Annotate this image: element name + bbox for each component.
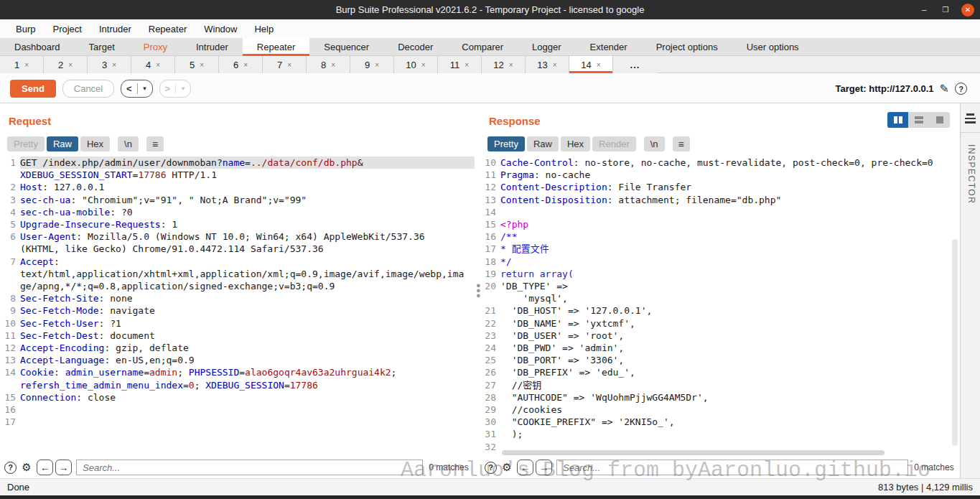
- close-tab-icon[interactable]: ×: [156, 61, 160, 69]
- tab-sequencer[interactable]: Sequencer: [309, 38, 383, 56]
- tab-dashboard[interactable]: Dashboard: [0, 38, 75, 56]
- response-menu-icon[interactable]: ≡: [673, 136, 690, 151]
- tab-project-options[interactable]: Project options: [642, 38, 732, 56]
- close-tab-icon[interactable]: ×: [421, 61, 426, 69]
- send-button[interactable]: Send: [10, 80, 56, 98]
- inspector-menu-icon[interactable]: [965, 113, 976, 123]
- response-tab-raw[interactable]: Raw: [527, 136, 559, 151]
- search-next-button[interactable]: →: [536, 460, 552, 475]
- tab-user-options[interactable]: User options: [732, 38, 813, 56]
- tab-decoder[interactable]: Decoder: [383, 38, 447, 56]
- burp-suite-window: Burp Suite Professional v2021.6.2 - Temp…: [0, 0, 980, 499]
- close-tab-icon[interactable]: ×: [24, 61, 29, 69]
- tab-comparer[interactable]: Comparer: [447, 38, 518, 56]
- code-line: 14Cookie: admin_username=admin; PHPSESSI…: [0, 366, 475, 378]
- response-viewer[interactable]: 10Cache-Control: no-store, no-cache, mus…: [480, 157, 960, 458]
- request-tab-hex[interactable]: Hex: [80, 136, 110, 151]
- menu-item-intruder[interactable]: Intruder: [90, 24, 140, 34]
- response-search-input[interactable]: [556, 460, 908, 475]
- response-horizontal-scrollbar[interactable]: [502, 450, 885, 455]
- response-vertical-scrollbar[interactable]: [952, 239, 958, 446]
- tab-extender[interactable]: Extender: [576, 38, 642, 56]
- close-tab-icon[interactable]: ×: [112, 61, 116, 69]
- code-line: 16: [0, 404, 475, 416]
- panel-splitter[interactable]: ●●●: [475, 103, 480, 478]
- repeater-tab-1[interactable]: 1×: [0, 56, 44, 73]
- search-next-button[interactable]: →: [55, 460, 72, 475]
- inspector-sidebar[interactable]: INSPECTOR: [960, 103, 980, 478]
- close-tab-icon[interactable]: ×: [243, 61, 248, 69]
- menu-item-window[interactable]: Window: [195, 24, 246, 34]
- repeater-tab-6[interactable]: 6×: [219, 56, 263, 73]
- code-line: 15<?php: [480, 218, 960, 230]
- response-tab-slashn[interactable]: \n: [644, 136, 665, 151]
- line-number: 18: [480, 256, 500, 268]
- response-tab-hex[interactable]: Hex: [561, 136, 590, 151]
- minimize-button[interactable]: –: [918, 5, 930, 15]
- forward-dropdown-icon[interactable]: ▼: [176, 85, 190, 92]
- close-tab-icon[interactable]: ×: [375, 61, 379, 69]
- repeater-tab-11[interactable]: 11×: [438, 56, 482, 73]
- request-panel-title: Request: [9, 115, 51, 127]
- tab-repeater[interactable]: Repeater: [243, 38, 309, 56]
- close-tab-icon[interactable]: ×: [331, 61, 335, 69]
- repeater-tab-4[interactable]: 4×: [131, 56, 175, 73]
- request-tab-raw[interactable]: Raw: [47, 136, 78, 151]
- repeater-tab-8[interactable]: 8×: [307, 56, 350, 73]
- close-button[interactable]: ✕: [961, 4, 974, 17]
- tab-logger[interactable]: Logger: [518, 38, 575, 56]
- close-tab-icon[interactable]: ×: [287, 61, 291, 69]
- response-tab-pretty[interactable]: Pretty: [487, 136, 525, 151]
- menu-item-help[interactable]: Help: [246, 24, 282, 34]
- close-tab-icon[interactable]: ×: [553, 61, 557, 69]
- request-search-input[interactable]: [76, 460, 423, 475]
- restore-button[interactable]: ❐: [940, 6, 951, 14]
- close-tab-icon[interactable]: ×: [509, 61, 513, 69]
- search-help-icon[interactable]: ?: [485, 462, 497, 474]
- search-settings-gear-icon[interactable]: ⚙: [500, 460, 514, 475]
- repeater-tab-2[interactable]: 2×: [44, 56, 88, 73]
- cancel-button[interactable]: Cancel: [62, 80, 114, 98]
- repeater-tab-13[interactable]: 13×: [526, 56, 569, 73]
- repeater-tab-12[interactable]: 12×: [482, 56, 526, 73]
- request-editor[interactable]: 1GET /index.php/admin/user/downmoban?nam…: [0, 157, 475, 458]
- back-dropdown-icon[interactable]: ▼: [138, 85, 152, 92]
- status-text: Done: [7, 482, 29, 493]
- line-number: 11: [480, 169, 500, 181]
- code-line: (KHTML, like Gecko) Chrome/91.0.4472.114…: [0, 243, 475, 255]
- search-prev-button[interactable]: ←: [37, 460, 53, 475]
- menu-item-project[interactable]: Project: [44, 24, 90, 34]
- line-number: 13: [0, 354, 20, 366]
- menu-item-repeater[interactable]: Repeater: [140, 24, 195, 34]
- line-number: 17: [480, 243, 500, 255]
- tab-intruder[interactable]: Intruder: [182, 38, 243, 56]
- search-help-icon[interactable]: ?: [4, 462, 17, 474]
- tab-target[interactable]: Target: [75, 38, 129, 56]
- rows-layout-button[interactable]: [908, 112, 929, 128]
- single-layout-button[interactable]: [929, 112, 950, 128]
- close-tab-icon[interactable]: ×: [465, 61, 469, 69]
- line-number: 14: [0, 366, 20, 378]
- repeater-tab-10[interactable]: 10×: [394, 56, 438, 73]
- repeater-tab-14[interactable]: 14×: [569, 56, 613, 73]
- close-tab-icon[interactable]: ×: [597, 61, 601, 69]
- repeater-tab-more[interactable]: ...: [613, 56, 657, 73]
- line-number: [480, 292, 500, 304]
- history-forward-button[interactable]: > ▼: [159, 80, 192, 98]
- search-prev-button[interactable]: ←: [517, 460, 533, 475]
- request-tab-slashn[interactable]: \n: [118, 136, 139, 151]
- tab-proxy[interactable]: Proxy: [129, 38, 182, 56]
- repeater-tab-9[interactable]: 9×: [350, 56, 394, 73]
- close-tab-icon[interactable]: ×: [200, 61, 204, 69]
- edit-target-icon[interactable]: ✎: [940, 82, 949, 95]
- repeater-tab-3[interactable]: 3×: [88, 56, 131, 73]
- menu-item-burp[interactable]: Burp: [7, 24, 44, 34]
- help-icon[interactable]: ?: [955, 83, 967, 95]
- repeater-tab-7[interactable]: 7×: [263, 56, 307, 73]
- history-back-button[interactable]: < ▼: [121, 80, 153, 98]
- request-menu-icon[interactable]: ≡: [146, 136, 164, 151]
- columns-layout-button[interactable]: [887, 112, 908, 128]
- close-tab-icon[interactable]: ×: [68, 61, 73, 69]
- repeater-tab-5[interactable]: 5×: [175, 56, 219, 73]
- search-settings-gear-icon[interactable]: ⚙: [19, 460, 34, 475]
